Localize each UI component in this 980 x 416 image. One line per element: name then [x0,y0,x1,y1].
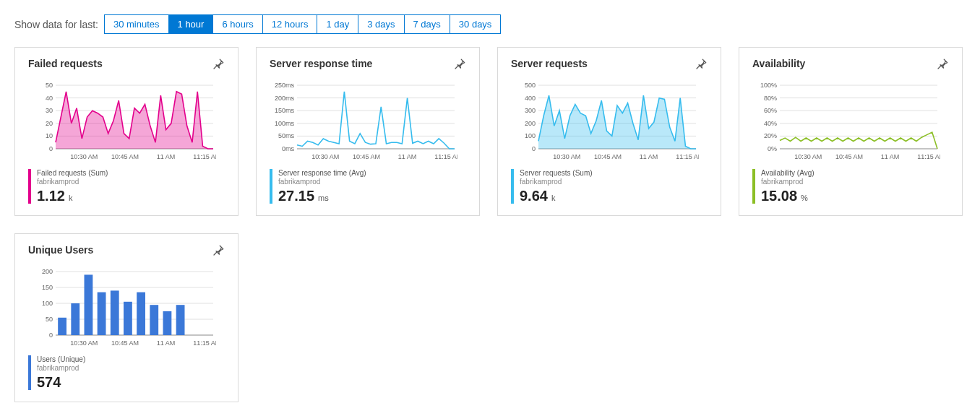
time-range-group: 30 minutes1 hour6 hours12 hours1 day3 da… [104,14,501,34]
metric-users: Users (Unique)fabrikamprod574 [28,355,225,390]
metric-response: Server response time (Avg)fabrikamprod27… [270,169,466,204]
svg-text:80%: 80% [764,95,777,102]
metric-color-bar [511,169,514,204]
svg-text:100ms: 100ms [275,120,295,127]
time-range-12-hours[interactable]: 12 hours [263,15,318,33]
svg-text:10:30 AM: 10:30 AM [794,153,822,160]
metric-unit: % [799,194,808,202]
svg-text:10:30 AM: 10:30 AM [553,153,580,160]
pin-icon[interactable] [212,244,225,257]
svg-text:0: 0 [532,145,536,152]
svg-line-54 [938,66,941,69]
svg-text:11:15 AM: 11:15 AM [193,339,216,347]
svg-text:150ms: 150ms [275,107,295,114]
svg-text:11 AM: 11 AM [157,339,176,347]
pin-icon[interactable] [695,58,708,71]
time-range-label: Show data for last: [14,19,98,30]
card-requests[interactable]: Server requests010020030040050010:30 AM1… [497,47,721,216]
time-range-6-hours[interactable]: 6 hours [213,15,262,33]
svg-text:0: 0 [49,145,53,152]
svg-line-0 [214,66,217,69]
svg-rect-89 [71,303,79,335]
card-availability[interactable]: Availability0%20%40%60%80%100%10:30 AM10… [739,47,963,216]
metric-availability: Availability (Avg)fabrikamprod15.08 % [752,169,949,204]
svg-text:200: 200 [42,269,53,275]
svg-rect-95 [150,305,158,335]
svg-text:20: 20 [46,120,53,127]
metric-color-bar [28,169,31,204]
card-title-users: Unique Users [28,244,93,256]
svg-text:200ms: 200ms [275,95,295,102]
svg-rect-90 [85,274,93,335]
svg-text:300: 300 [525,107,536,114]
metric-sublabel: fabrikamprod [278,178,366,186]
metric-unit: k [549,194,556,202]
svg-text:20%: 20% [764,132,777,139]
time-range-bar: Show data for last: 30 minutes1 hour6 ho… [14,14,966,34]
svg-rect-88 [58,318,66,335]
svg-text:0: 0 [49,332,53,339]
chart-users: 05010015020010:30 AM10:45 AM11 AM11:15 A… [28,269,225,348]
svg-text:11:15 AM: 11:15 AM [676,153,699,160]
chart-requests: 010020030040050010:30 AM10:45 AM11 AM11:… [511,82,708,162]
svg-rect-93 [124,302,132,335]
svg-text:50: 50 [46,82,53,89]
metric-color-bar [270,169,272,204]
chart-failed: 0102030405010:30 AM10:45 AM11 AM11:15 AM [28,82,225,162]
svg-rect-97 [176,305,185,335]
pin-icon[interactable] [453,58,466,71]
svg-text:150: 150 [42,284,53,291]
metric-label: Failed requests (Sum) [37,169,108,178]
time-range-3-days[interactable]: 3 days [358,15,404,33]
card-failed[interactable]: Failed requests0102030405010:30 AM10:45 … [14,47,238,216]
card-title-availability: Availability [752,58,805,69]
pin-icon[interactable] [936,58,949,71]
pin-icon[interactable] [212,58,225,71]
svg-line-72 [214,252,217,255]
svg-text:0%: 0% [768,145,777,152]
card-response[interactable]: Server response time0ms50ms100ms150ms200… [256,47,480,216]
svg-text:0ms: 0ms [282,145,295,152]
time-range-1-hour[interactable]: 1 hour [169,15,214,33]
svg-text:10:30 AM: 10:30 AM [70,339,98,347]
time-range-30-days[interactable]: 30 days [450,15,501,33]
svg-text:40: 40 [46,95,53,102]
svg-text:40%: 40% [764,120,777,127]
svg-text:11 AM: 11 AM [640,153,658,160]
metric-sublabel: fabrikamprod [37,178,108,186]
svg-text:11 AM: 11 AM [157,153,176,160]
svg-text:500: 500 [525,82,536,89]
svg-text:11 AM: 11 AM [881,153,900,160]
svg-text:11:15 AM: 11:15 AM [193,153,216,160]
metric-label: Server response time (Avg) [278,169,366,178]
svg-text:100: 100 [525,132,536,139]
svg-rect-94 [137,292,145,335]
time-range-1-day[interactable]: 1 day [317,15,358,33]
svg-text:10:45 AM: 10:45 AM [111,339,139,347]
metric-label: Users (Unique) [37,355,85,364]
card-users[interactable]: Unique Users05010015020010:30 AM10:45 AM… [14,233,238,402]
svg-rect-96 [163,311,172,335]
svg-text:11:15 AM: 11:15 AM [917,153,940,160]
cards-grid: Failed requests0102030405010:30 AM10:45 … [14,47,966,402]
svg-text:10: 10 [46,132,53,139]
svg-text:10:30 AM: 10:30 AM [70,153,98,160]
svg-text:400: 400 [525,95,536,102]
svg-line-36 [697,66,700,69]
time-range-30-minutes[interactable]: 30 minutes [105,15,169,33]
metric-value: 1.12 k [37,188,108,204]
svg-text:10:45 AM: 10:45 AM [353,153,380,160]
svg-text:11:15 AM: 11:15 AM [434,153,457,160]
metric-value: 574 [37,374,85,390]
time-range-7-days[interactable]: 7 days [405,15,450,33]
svg-line-18 [455,66,458,69]
chart-availability: 0%20%40%60%80%100%10:30 AM10:45 AM11 AM1… [752,82,949,162]
chart-response: 0ms50ms100ms150ms200ms250ms10:30 AM10:45… [270,82,466,162]
svg-text:60%: 60% [764,107,777,114]
svg-text:50ms: 50ms [278,132,295,139]
metric-requests: Server requests (Sum)fabrikamprod9.64 k [511,169,708,204]
svg-rect-91 [98,292,106,335]
card-title-failed: Failed requests [28,58,103,69]
svg-text:10:45 AM: 10:45 AM [111,153,139,160]
svg-text:10:45 AM: 10:45 AM [835,153,863,160]
